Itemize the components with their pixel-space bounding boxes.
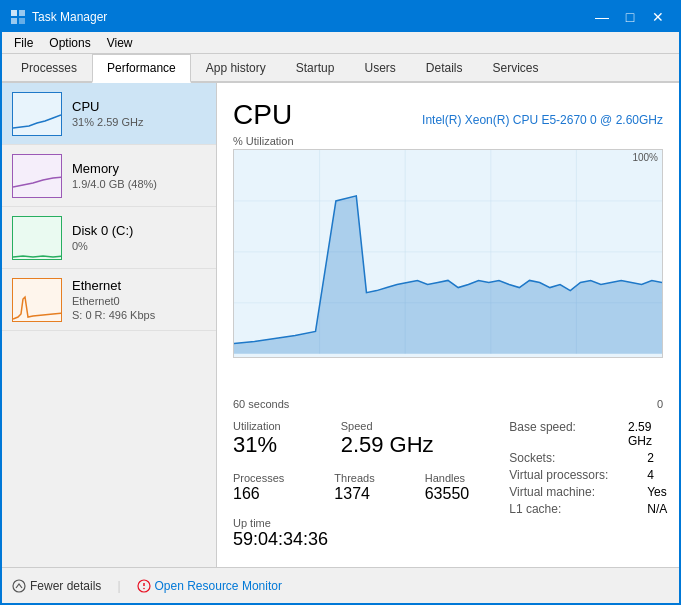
ethernet-thumbnail [12,278,62,322]
utilization-block: Utilization 31% [233,420,281,458]
sidebar-item-cpu[interactable]: CPU 31% 2.59 GHz [2,83,216,145]
disk-detail: 0% [72,240,133,252]
uptime-value: 59:04:34:36 [233,529,499,551]
bottom-bar: Fewer details | Open Resource Monitor [2,567,679,603]
virtual-machine-row: Virtual machine: Yes [509,485,671,499]
cpu-graph-container: 100% [233,149,663,394]
svg-rect-2 [11,18,17,24]
memory-sidebar-info: Memory 1.9/4.0 GB (48%) [72,161,157,190]
fewer-details-button[interactable]: Fewer details [12,579,101,593]
cpu-label: CPU [72,99,144,114]
cpu-title: CPU [233,99,292,131]
svg-rect-0 [11,10,17,16]
processes-block: Processes 166 [233,472,284,503]
virtual-machine-label: Virtual machine: [509,485,639,499]
virtual-proc-value: 4 [647,468,654,482]
minimize-button[interactable]: — [589,7,615,27]
tab-performance[interactable]: Performance [92,54,191,83]
menu-options[interactable]: Options [41,34,98,52]
ethernet-label: Ethernet [72,278,155,293]
window-controls: — □ ✕ [589,7,671,27]
time-right-label: 0 [657,398,663,410]
svg-marker-15 [234,196,662,354]
time-labels: 60 seconds 0 [233,398,663,410]
virtual-proc-row: Virtual processors: 4 [509,468,671,482]
stats-area: Utilization 31% Speed 2.59 GHz Processes… [233,420,663,551]
speed-block: Speed 2.59 GHz [341,420,434,458]
memory-detail: 1.9/4.0 GB (48%) [72,178,157,190]
l1-cache-label: L1 cache: [509,502,639,516]
utilization-stat-label: Utilization [233,420,281,432]
menu-view[interactable]: View [99,34,141,52]
sockets-value: 2 [647,451,654,465]
tab-details[interactable]: Details [411,54,478,83]
chevron-up-icon [12,579,26,593]
close-button[interactable]: ✕ [645,7,671,27]
processes-label: Processes [233,472,284,484]
utilization-stat-value: 31% [233,432,281,458]
time-left-label: 60 seconds [233,398,289,410]
left-stats: Utilization 31% Speed 2.59 GHz Processes… [233,420,499,551]
memory-label: Memory [72,161,157,176]
right-stats: Base speed: 2.59 GHz Sockets: 2 Virtual … [509,420,671,551]
svg-point-16 [13,580,25,592]
tab-app-history[interactable]: App history [191,54,281,83]
menu-file[interactable]: File [6,34,41,52]
cpu-thumbnail [12,92,62,136]
open-resource-monitor-button[interactable]: Open Resource Monitor [137,579,282,593]
sockets-label: Sockets: [509,451,639,465]
virtual-proc-label: Virtual processors: [509,468,639,482]
sockets-row: Sockets: 2 [509,451,671,465]
tab-startup[interactable]: Startup [281,54,350,83]
tab-processes[interactable]: Processes [6,54,92,83]
handles-label: Handles [425,472,470,484]
utilization-label: % Utilization [233,135,663,147]
graph-max-label: 100% [632,152,658,163]
cpu-detail: 31% 2.59 GHz [72,116,144,128]
svg-point-19 [143,587,145,589]
svg-rect-5 [13,155,62,198]
uptime-label: Up time [233,517,499,529]
threads-value: 1374 [334,484,374,503]
fewer-details-label: Fewer details [30,579,101,593]
l1-cache-row: L1 cache: N/A [509,502,671,516]
handles-value: 63550 [425,484,470,503]
sidebar-item-ethernet[interactable]: Ethernet Ethernet0 S: 0 R: 496 Kbps [2,269,216,331]
tab-users[interactable]: Users [349,54,410,83]
window-title: Task Manager [32,10,589,24]
content-area: CPU 31% 2.59 GHz Memory 1.9/4.0 GB (48%) [2,83,679,567]
resource-monitor-label: Open Resource Monitor [155,579,282,593]
uptime-block: Up time 59:04:34:36 [233,517,499,551]
speed-value: 2.59 GHz [341,432,434,458]
sidebar-item-memory[interactable]: Memory 1.9/4.0 GB (48%) [2,145,216,207]
menu-bar: File Options View [2,32,679,54]
handles-block: Handles 63550 [425,472,470,503]
cpu-graph-area: 100% [233,149,663,358]
sidebar-item-disk[interactable]: Disk 0 (C:) 0% [2,207,216,269]
sidebar: CPU 31% 2.59 GHz Memory 1.9/4.0 GB (48%) [2,83,217,567]
maximize-button[interactable]: □ [617,7,643,27]
threads-label: Threads [334,472,374,484]
main-panel: CPU Intel(R) Xeon(R) CPU E5-2670 0 @ 2.6… [217,83,679,567]
ethernet-detail1: Ethernet0 [72,295,155,307]
svg-rect-1 [19,10,25,16]
svg-rect-4 [13,93,62,136]
bottom-stats-row: Processes 166 Threads 1374 Handles 63550 [233,472,499,511]
l1-cache-value: N/A [647,502,667,516]
ethernet-detail2: S: 0 R: 496 Kbps [72,309,155,321]
svg-rect-6 [13,217,62,260]
ethernet-sidebar-info: Ethernet Ethernet0 S: 0 R: 496 Kbps [72,278,155,321]
tab-services[interactable]: Services [478,54,554,83]
title-bar: Task Manager — □ ✕ [2,2,679,32]
disk-label: Disk 0 (C:) [72,223,133,238]
top-stats-row: Utilization 31% Speed 2.59 GHz [233,420,499,466]
cpu-model: Intel(R) Xeon(R) CPU E5-2670 0 @ 2.60GHz [422,113,663,127]
threads-block: Threads 1374 [334,472,374,503]
base-speed-row: Base speed: 2.59 GHz [509,420,671,448]
virtual-machine-value: Yes [647,485,667,499]
base-speed-label: Base speed: [509,420,620,448]
cpu-sidebar-info: CPU 31% 2.59 GHz [72,99,144,128]
disk-thumbnail [12,216,62,260]
speed-label: Speed [341,420,434,432]
tab-bar: Processes Performance App history Startu… [2,54,679,83]
